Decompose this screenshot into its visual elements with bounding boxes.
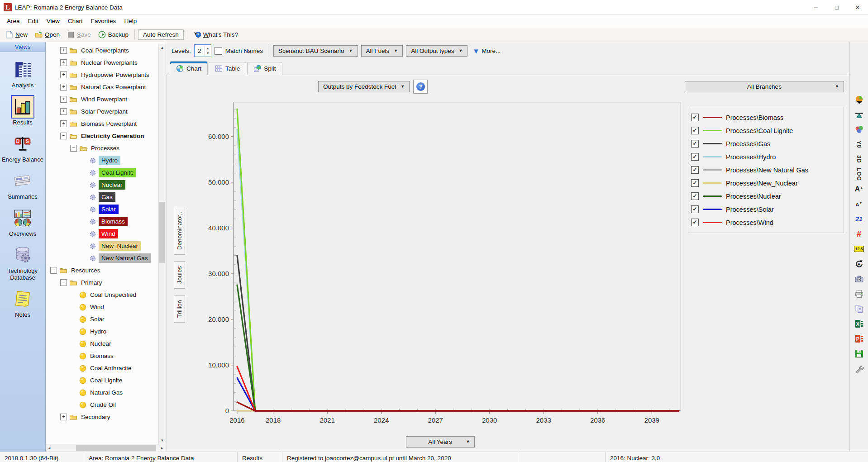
scroll-thumb-h[interactable]: [76, 445, 156, 451]
output-types-dropdown[interactable]: All Output types ▼: [406, 45, 467, 57]
legend-checkbox[interactable]: ✓: [691, 140, 699, 148]
help-button[interactable]: ?: [413, 80, 428, 94]
backup-button[interactable]: Backup: [95, 29, 132, 40]
close-button[interactable]: ✕: [847, 0, 868, 14]
tree-item-nuclear[interactable]: Nuclear: [46, 179, 158, 191]
font-decrease-icon[interactable]: A▼: [853, 199, 865, 210]
y0-axis-icon[interactable]: Y0: [853, 139, 865, 150]
levels-spinner[interactable]: 2 ▲ ▼: [194, 44, 211, 57]
powerpoint-export-icon[interactable]: P: [853, 333, 865, 344]
sort-order-icon[interactable]: 21: [853, 214, 865, 224]
value-labels-icon[interactable]: 12.5: [853, 243, 865, 254]
view-summaries[interactable]: Summaries: [0, 169, 45, 200]
view-overviews[interactable]: Overviews: [0, 206, 45, 238]
tree-item-coal-lignite[interactable]: Coal Lignite: [46, 167, 158, 179]
expand-icon[interactable]: +: [60, 414, 67, 420]
tab-split[interactable]: Split: [247, 62, 282, 75]
menu-favorites[interactable]: Favorites: [87, 16, 120, 26]
fuels-dropdown[interactable]: All Fuels ▼: [361, 45, 403, 57]
branches-dropdown[interactable]: All Branches ▼: [685, 81, 844, 92]
tree-vertical-scrollbar[interactable]: ▲ ▼: [158, 44, 166, 444]
legend-checkbox[interactable]: ✓: [691, 127, 699, 134]
spinner-up-icon[interactable]: ▲: [205, 46, 211, 51]
tree-item-resources[interactable]: −Resources: [46, 264, 158, 276]
years-dropdown[interactable]: All Years ▼: [406, 436, 475, 448]
expand-icon[interactable]: +: [60, 71, 67, 78]
expand-icon[interactable]: +: [60, 96, 67, 103]
pie-chart-icon[interactable]: [853, 94, 865, 105]
tab-table[interactable]: Table: [209, 62, 246, 75]
view-results[interactable]: Results: [0, 95, 45, 126]
legend-item-processes-nuclear[interactable]: ✓Processes\Nuclear: [691, 190, 841, 203]
legend-checkbox[interactable]: ✓: [691, 114, 699, 121]
legend-item-processes-biomass[interactable]: ✓Processes\Biomass: [691, 111, 841, 124]
scroll-up-icon[interactable]: ▲: [161, 44, 164, 51]
tree-item-nuclear[interactable]: Nuclear: [46, 338, 158, 350]
tree-item-new-nuclear[interactable]: New_Nuclear: [46, 240, 158, 252]
tree-item-biomass[interactable]: Biomass: [46, 350, 158, 362]
denominator-unit-button[interactable]: Denominator..: [174, 207, 185, 255]
tree-item-natural-gas[interactable]: Natural Gas: [46, 386, 158, 399]
tree-item-coal-lignite[interactable]: Coal Lignite: [46, 374, 158, 386]
report-mode-dropdown[interactable]: Outputs by Feedstock Fuel ▼: [318, 81, 410, 92]
more-button[interactable]: ▼ More...: [472, 47, 501, 55]
save-chart-icon[interactable]: [853, 348, 865, 359]
view-energy-balance[interactable]: DSEnergy Balance: [0, 132, 45, 163]
shapes-icon[interactable]: [853, 124, 865, 135]
tree-horizontal-scrollbar[interactable]: ◄ ►: [46, 444, 166, 452]
tree-item-wind[interactable]: Wind: [46, 228, 158, 240]
view-technology-database[interactable]: Technology Database: [0, 243, 45, 281]
grid-icon[interactable]: #: [853, 229, 865, 239]
tree-item-solar[interactable]: Solar: [46, 313, 158, 325]
legend-checkbox[interactable]: ✓: [691, 219, 699, 226]
collapse-icon[interactable]: −: [60, 279, 67, 286]
tree-item-coal-unspecified[interactable]: Coal Unspecified: [46, 289, 158, 301]
legend-checkbox[interactable]: ✓: [691, 179, 699, 187]
axis-scale-icon[interactable]: [853, 109, 865, 120]
levels-value[interactable]: 2: [195, 48, 205, 54]
tree-item-secondary[interactable]: +Secondary: [46, 411, 158, 423]
tree-item-processes[interactable]: −Processes: [46, 142, 158, 154]
3d-icon[interactable]: 3D: [853, 154, 865, 165]
log-scale-icon[interactable]: LOG: [853, 169, 865, 180]
collapse-icon[interactable]: −: [70, 145, 77, 152]
legend-checkbox[interactable]: ✓: [691, 153, 699, 161]
tree-item-solar[interactable]: Solar: [46, 203, 158, 215]
menu-chart[interactable]: Chart: [64, 16, 87, 26]
joules-unit-button[interactable]: Joules: [174, 261, 185, 289]
menu-area[interactable]: Area: [3, 16, 24, 26]
menu-edit[interactable]: Edit: [24, 16, 43, 26]
match-names-checkbox[interactable]: [215, 47, 222, 55]
tree-item-electricity-generation[interactable]: −Electricity Generation: [46, 130, 158, 142]
tree-item-nuclear-powerplants[interactable]: +Nuclear Powerplants: [46, 57, 158, 69]
menu-help[interactable]: Help: [120, 16, 141, 26]
collapse-icon[interactable]: −: [50, 267, 57, 274]
auto-refresh-button[interactable]: Auto Refresh: [138, 29, 184, 40]
tree-item-crude-oil[interactable]: Crude Oil: [46, 399, 158, 411]
snapshot-icon[interactable]: [853, 273, 865, 284]
expand-icon[interactable]: +: [60, 84, 67, 90]
excel-export-icon[interactable]: X: [853, 318, 865, 329]
spinner-down-icon[interactable]: ▼: [205, 51, 211, 56]
tree-item-gas[interactable]: Gas: [46, 191, 158, 203]
tab-chart[interactable]: Chart: [170, 61, 208, 75]
chart-options-icon[interactable]: [853, 363, 865, 374]
font-increase-icon[interactable]: A▲: [853, 184, 865, 195]
scroll-down-icon[interactable]: ▼: [161, 437, 164, 444]
collapse-icon[interactable]: −: [60, 133, 67, 139]
expand-icon[interactable]: +: [60, 59, 67, 66]
tree-item-wind-powerplant[interactable]: +Wind Powerplant: [46, 93, 158, 105]
minimize-button[interactable]: ─: [806, 0, 826, 14]
scroll-right-icon[interactable]: ►: [158, 446, 166, 450]
legend-checkbox[interactable]: ✓: [691, 205, 699, 213]
save-button[interactable]: Save: [63, 29, 95, 40]
expand-icon[interactable]: +: [60, 47, 67, 54]
scroll-left-icon[interactable]: ◄: [46, 446, 53, 450]
view-analysis[interactable]: Analysis: [0, 58, 45, 89]
tree-item-primary[interactable]: −Primary: [46, 276, 158, 289]
tree-item-hydro[interactable]: Hydro: [46, 154, 158, 167]
rotate-text-icon[interactable]: A: [853, 258, 865, 269]
tree-item-coal-powerplants[interactable]: +Coal Powerplants: [46, 44, 158, 57]
trillion-unit-button[interactable]: Trillion: [174, 295, 185, 323]
tree-item-coal-anthracite[interactable]: Coal Anthracite: [46, 362, 158, 374]
